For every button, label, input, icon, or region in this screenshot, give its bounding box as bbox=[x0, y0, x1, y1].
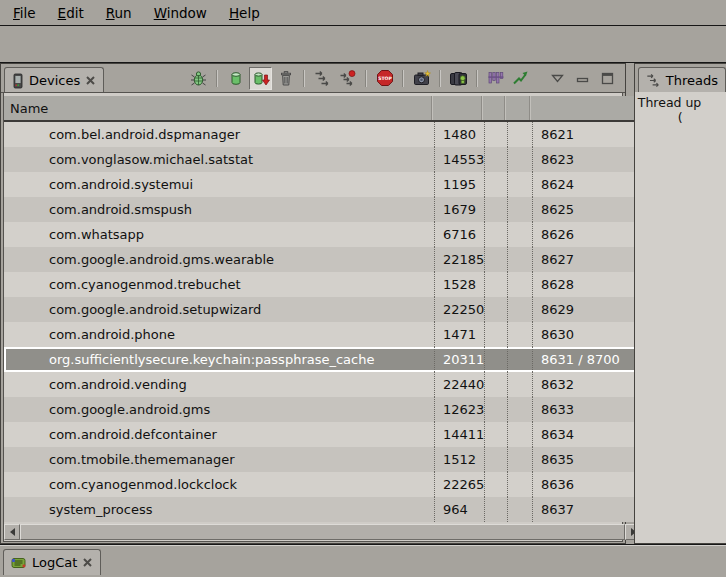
screen-capture-button[interactable] bbox=[410, 67, 433, 90]
table-row[interactable]: com.android.smspush 1679 8625 bbox=[4, 197, 641, 222]
camera-icon bbox=[413, 70, 431, 87]
threads-message-line2: ( bbox=[678, 110, 726, 125]
view-hierarchy-icon bbox=[449, 70, 468, 87]
table-row[interactable]: com.cyanogenmod.trebuchet 1528 8628 bbox=[4, 272, 641, 297]
start-opengl-trace-button[interactable] bbox=[509, 67, 532, 90]
table-row[interactable]: com.android.phone 1471 8630 bbox=[4, 322, 641, 347]
table-row[interactable]: com.android.systemui 1195 8624 bbox=[4, 172, 641, 197]
update-heap-icon bbox=[228, 70, 244, 87]
table-row[interactable]: com.tmobile.thememanager 1512 8635 bbox=[4, 447, 641, 472]
blank-cell bbox=[507, 147, 532, 172]
menu-item-run[interactable]: Run bbox=[95, 2, 143, 24]
column-header-pid[interactable] bbox=[431, 96, 481, 120]
process-port: 8623 bbox=[532, 147, 641, 172]
menu-item-file[interactable]: File bbox=[2, 2, 47, 24]
minimize-icon bbox=[576, 73, 589, 84]
start-method-profiling-button[interactable] bbox=[336, 67, 359, 90]
column-header-port[interactable] bbox=[529, 96, 641, 120]
process-name: system_process bbox=[4, 497, 434, 522]
blank-cell bbox=[507, 322, 532, 347]
table-row[interactable]: com.google.android.gms.wearable 22185 86… bbox=[4, 247, 641, 272]
tab-logcat[interactable]: LogCat bbox=[3, 549, 101, 575]
blank-cell bbox=[484, 147, 507, 172]
table-row[interactable]: system_process 964 8637 bbox=[4, 497, 641, 522]
process-port: 8627 bbox=[532, 247, 641, 272]
threads-panel: Threads Thread up ( bbox=[634, 63, 726, 544]
maximize-icon bbox=[601, 72, 614, 85]
blank-cell bbox=[484, 372, 507, 397]
process-name: com.google.android.setupwizard bbox=[4, 297, 434, 322]
horizontal-scrollbar[interactable] bbox=[4, 524, 641, 540]
view-menu-button[interactable] bbox=[546, 67, 569, 90]
table-row[interactable]: com.google.android.gms 12623 8633 bbox=[4, 397, 641, 422]
table-row[interactable]: com.cyanogenmod.lockclock 22265 8636 bbox=[4, 472, 641, 497]
update-threads-button[interactable] bbox=[311, 67, 334, 90]
logcat-icon bbox=[11, 555, 27, 570]
horizontal-scroll-thumb[interactable] bbox=[20, 524, 625, 540]
capture-view-hierarchy-button[interactable] bbox=[447, 67, 470, 90]
menu-item-help[interactable]: Help bbox=[218, 2, 271, 24]
minimize-button[interactable] bbox=[571, 67, 594, 90]
process-port: 8628 bbox=[532, 272, 641, 297]
cause-gc-button[interactable] bbox=[274, 67, 297, 90]
process-name: org.sufficientlysecure.keychain:passphra… bbox=[4, 347, 434, 372]
table-row[interactable]: com.vonglasow.michael.satstat 14553 8623 bbox=[4, 147, 641, 172]
table-row[interactable]: com.google.android.setupwizard 22250 862… bbox=[4, 297, 641, 322]
tab-threads[interactable]: Threads bbox=[638, 67, 726, 93]
update-heap-button[interactable] bbox=[224, 67, 247, 90]
gc-trash-icon bbox=[278, 70, 294, 87]
process-name: com.whatsapp bbox=[4, 222, 434, 247]
tab-devices[interactable]: Devices bbox=[4, 67, 104, 93]
process-port: 8626 bbox=[532, 222, 641, 247]
process-port: 8621 bbox=[532, 122, 641, 147]
capture-systrace-button[interactable] bbox=[484, 67, 507, 90]
blank-cell bbox=[507, 122, 532, 147]
process-pid: 14553 bbox=[434, 147, 484, 172]
table-row[interactable]: com.android.defcontainer 14411 8634 bbox=[4, 422, 641, 447]
chevron-down-icon bbox=[551, 74, 564, 83]
table-row[interactable]: com.bel.android.dspmanager 1480 8621 bbox=[4, 122, 641, 147]
update-threads-icon bbox=[314, 70, 331, 87]
debug-bug-icon bbox=[190, 70, 207, 87]
systrace-icon bbox=[487, 70, 504, 86]
blank-cell bbox=[484, 172, 507, 197]
blank-cell bbox=[507, 372, 532, 397]
column-header-name[interactable]: Name bbox=[4, 96, 431, 120]
table-header: Name bbox=[4, 96, 641, 122]
table-rows: com.bel.android.dspmanager 1480 8621 com… bbox=[4, 122, 641, 522]
blank-cell bbox=[484, 122, 507, 147]
toolbar-separator bbox=[402, 70, 404, 87]
table-row[interactable]: com.whatsapp 6716 8626 bbox=[4, 222, 641, 247]
process-name: com.android.defcontainer bbox=[4, 422, 434, 447]
threads-tab-label: Threads bbox=[666, 73, 718, 88]
process-pid: 1195 bbox=[434, 172, 484, 197]
process-port: 8635 bbox=[532, 447, 641, 472]
column-header-blank1[interactable] bbox=[481, 96, 504, 120]
close-icon[interactable] bbox=[82, 557, 93, 568]
blank-cell bbox=[484, 322, 507, 347]
stop-process-button[interactable]: STOP bbox=[373, 67, 396, 90]
dump-hprof-button[interactable] bbox=[249, 67, 272, 90]
process-pid: 12623 bbox=[434, 397, 484, 422]
process-name: com.vonglasow.michael.satstat bbox=[4, 147, 434, 172]
menu-item-edit[interactable]: Edit bbox=[47, 2, 95, 24]
table-row-selected[interactable]: org.sufficientlysecure.keychain:passphra… bbox=[4, 347, 641, 372]
blank-cell bbox=[507, 422, 532, 447]
process-port: 8637 bbox=[532, 497, 641, 522]
threads-icon bbox=[646, 73, 661, 88]
process-name: com.android.phone bbox=[4, 322, 434, 347]
close-icon[interactable] bbox=[85, 75, 96, 86]
toolbar-separator bbox=[476, 70, 478, 87]
menu-item-window[interactable]: Window bbox=[143, 2, 218, 24]
column-header-blank2[interactable] bbox=[504, 96, 529, 120]
toolbar-separator bbox=[303, 70, 305, 87]
process-name: com.android.systemui bbox=[4, 172, 434, 197]
toolbar-separator bbox=[439, 70, 441, 87]
table-row[interactable]: com.android.vending 22440 8632 bbox=[4, 372, 641, 397]
process-pid: 22265 bbox=[434, 472, 484, 497]
maximize-button[interactable] bbox=[596, 67, 619, 90]
process-name: com.google.android.gms.wearable bbox=[4, 247, 434, 272]
scroll-left-button[interactable] bbox=[4, 524, 20, 540]
debug-button[interactable] bbox=[187, 67, 210, 90]
blank-cell bbox=[507, 172, 532, 197]
